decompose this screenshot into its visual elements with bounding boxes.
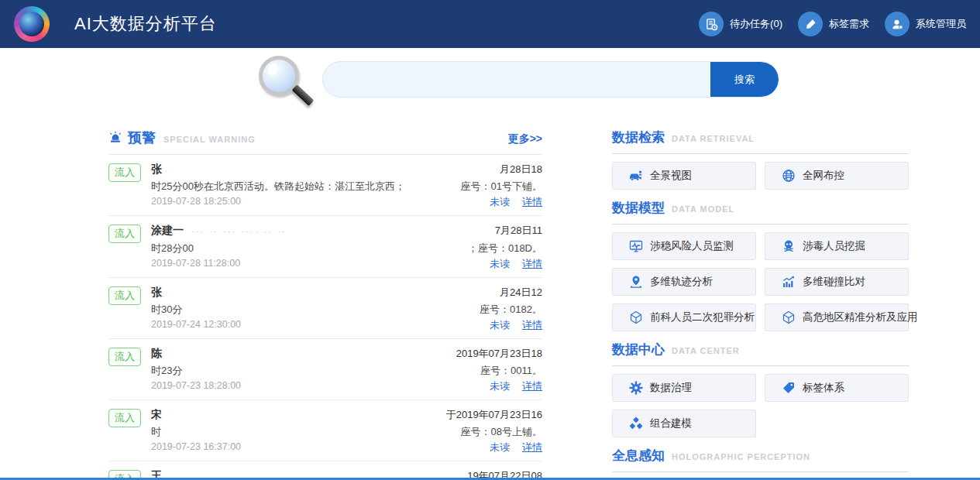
flow-in-badge: 流入 xyxy=(108,409,141,427)
unread-link[interactable]: 未读 xyxy=(490,441,510,453)
date-info: 2019年07月23日18 xyxy=(456,346,542,362)
section-title: 数据检索 xyxy=(612,129,665,146)
gear-icon xyxy=(629,381,643,395)
warning-list-item[interactable]: 流入 张月24日12 时30分座号：0182。 2019-07-24 12:30… xyxy=(108,278,542,339)
search-button[interactable]: 搜索 xyxy=(710,62,779,97)
function-panel: 数据检索 DATA RETRIEVAL 全景视图 全网布控 xyxy=(612,129,909,480)
button-network-control[interactable]: 全网布控 xyxy=(765,162,909,190)
button-stability-risk-monitor[interactable]: 涉稳风险人员监测 xyxy=(612,232,756,260)
bar-chart-icon xyxy=(782,275,796,289)
section-data-center: 数据中心 DATA CENTER 数据治理 标签体系 xyxy=(612,341,909,437)
redacted-text: ··· ·· ··· ···· ·· ·· xyxy=(191,224,487,239)
cubes-icon xyxy=(629,417,643,430)
person-name: 宋 xyxy=(151,406,162,422)
person-name: 张 xyxy=(151,284,162,300)
section-subtitle: HOLOGRAPHIC PERCEPTION xyxy=(672,452,810,461)
section-subtitle: DATA RETRIEVAL xyxy=(672,134,755,143)
warning-list-item[interactable]: 流入 宋于2019年07月23日16 时座号：08号上铺。 2019-07-23… xyxy=(108,400,542,461)
detail-link[interactable]: 详情 xyxy=(522,258,542,269)
seat-info: ；座号：018D。 xyxy=(468,241,542,255)
search-input[interactable] xyxy=(323,62,710,97)
timestamp: 2019-07-23 18:28:00 xyxy=(151,379,241,394)
flow-in-badge: 流入 xyxy=(108,286,141,305)
date-info: 于2019年07月23日16 xyxy=(446,407,542,423)
section-data-retrieval: 数据检索 DATA RETRIEVAL 全景视图 全网布控 xyxy=(612,129,909,190)
skull-icon xyxy=(782,239,796,253)
button-label: 全景视图 xyxy=(650,169,692,183)
section-title: 全息感知 xyxy=(612,447,665,465)
tag-icon xyxy=(782,381,796,395)
person-name: 涂建一 xyxy=(151,222,184,238)
flow-in-badge: 流入 xyxy=(108,163,141,182)
nav-item-todo-tasks[interactable]: 待办任务(0) xyxy=(699,12,782,36)
button-multi-track-analysis[interactable]: 多维轨迹分析 xyxy=(612,268,756,296)
detail-link[interactable]: 详情 xyxy=(522,196,542,207)
seat-info: 座号：0011。 xyxy=(480,363,542,378)
button-data-governance[interactable]: 数据治理 xyxy=(612,374,756,402)
globe-network-icon xyxy=(782,169,796,183)
person-name: 张 xyxy=(151,161,162,177)
unread-link[interactable]: 未读 xyxy=(490,380,510,392)
button-recidivism-analysis[interactable]: 前科人员二次犯罪分析 xyxy=(612,303,756,331)
seat-info: 座号：08号上铺。 xyxy=(461,424,542,439)
app-title: AI大数据分析平台 xyxy=(74,12,217,36)
button-high-risk-area-analysis[interactable]: 高危地区精准分析及应用 xyxy=(765,303,909,331)
admin-user-icon xyxy=(885,12,910,36)
header-nav: 待办任务(0) 标签需求 系统管理员 xyxy=(699,12,966,36)
app-logo-icon xyxy=(14,6,50,42)
section-data-model: 数据模型 DATA MODEL 涉稳风险人员监测 涉毒人员挖掘 xyxy=(612,199,909,331)
location-pin-icon xyxy=(629,275,643,289)
warning-header: 预警 SPECIAL WARNING 更多>> xyxy=(108,129,542,155)
nav-item-admin-user[interactable]: 系统管理员 xyxy=(885,12,966,36)
nav-item-label: 系统管理员 xyxy=(916,17,966,31)
button-label: 多维碰撞比对 xyxy=(803,275,865,289)
detail-link[interactable]: 详情 xyxy=(522,319,542,331)
button-panorama-view[interactable]: 全景视图 xyxy=(612,162,756,190)
app-header: AI大数据分析平台 待办任务(0) 标签需求 xyxy=(0,0,980,48)
button-drug-person-mining[interactable]: 涉毒人员挖掘 xyxy=(765,232,909,260)
flow-in-badge: 流入 xyxy=(108,225,141,243)
todo-tasks-icon xyxy=(699,12,724,36)
unread-link[interactable]: 未读 xyxy=(490,319,510,331)
button-label: 全网布控 xyxy=(803,169,844,183)
flow-in-badge: 流入 xyxy=(108,348,141,366)
unread-link[interactable]: 未读 xyxy=(490,258,510,269)
button-multi-collision-compare[interactable]: 多维碰撞比对 xyxy=(765,268,909,296)
unread-link[interactable]: 未读 xyxy=(490,196,510,207)
warning-list-item[interactable]: 流入 陈2019年07月23日18 时23分座号：0011。 2019-07-2… xyxy=(108,339,542,400)
button-label: 数据治理 xyxy=(650,381,692,395)
warning-panel: 预警 SPECIAL WARNING 更多>> 流入 张月28日18 时25分0… xyxy=(108,129,542,480)
warning-list-item[interactable]: 流入 涂建一··· ·· ··· ···· ·· ··7月28日11 时28分0… xyxy=(108,216,542,278)
button-label: 多维轨迹分析 xyxy=(650,275,713,289)
magnifier-graphic xyxy=(259,56,316,118)
more-link[interactable]: 更多>> xyxy=(508,132,542,146)
warning-desc: 时28分00 xyxy=(151,241,194,255)
button-combined-modeling[interactable]: 组合建模 xyxy=(612,410,756,437)
cube-icon xyxy=(629,310,643,324)
button-label: 涉稳风险人员监测 xyxy=(650,239,734,253)
button-label: 高危地区精准分析及应用 xyxy=(803,310,918,324)
search-section: 搜索 xyxy=(0,48,980,121)
button-tag-system[interactable]: 标签体系 xyxy=(765,374,909,402)
nav-item-label: 标签需求 xyxy=(829,17,869,31)
date-info: 月28日18 xyxy=(500,162,542,177)
warning-desc: 时30分 xyxy=(151,302,182,317)
date-info: 月24日12 xyxy=(500,285,542,300)
section-title: 数据中心 xyxy=(612,341,665,358)
warning-desc: 时23分 xyxy=(151,363,182,378)
timestamp: 2019-07-23 16:37:00 xyxy=(151,440,241,455)
section-subtitle: DATA CENTER xyxy=(672,346,740,355)
warning-desc: 时 xyxy=(151,424,161,439)
monitor-wave-icon xyxy=(629,239,643,253)
tag-request-icon xyxy=(798,12,823,36)
cube-icon xyxy=(782,310,796,324)
section-title: 数据模型 xyxy=(612,199,665,217)
nav-item-tag-request[interactable]: 标签需求 xyxy=(798,12,869,36)
timestamp: 2019-07-28 18:25:00 xyxy=(151,194,241,210)
button-label: 组合建模 xyxy=(650,417,692,430)
detail-link[interactable]: 详情 xyxy=(522,441,542,453)
warning-subtitle: SPECIAL WARNING xyxy=(163,135,256,144)
detail-link[interactable]: 详情 xyxy=(522,380,542,392)
warning-list-item[interactable]: 流入 张月28日18 时25分00秒在北京西活动。铁路起始站：湛江至北京西；座号… xyxy=(108,155,542,216)
timestamp: 2019-07-24 12:30:00 xyxy=(151,317,241,333)
